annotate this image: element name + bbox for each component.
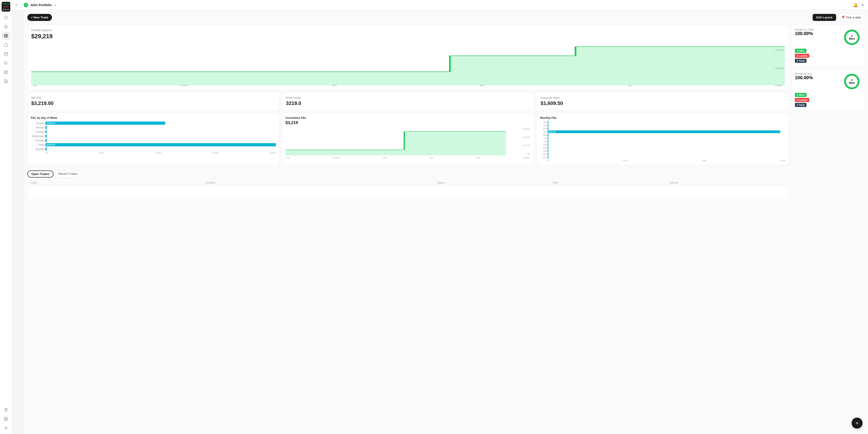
sidebar-icon-report[interactable] bbox=[2, 77, 10, 85]
topbar-right: 🔔 ☀ bbox=[853, 2, 864, 7]
svg-point-21 bbox=[6, 410, 6, 411]
monthly-pnl-title: Monthly P&L bbox=[540, 116, 785, 120]
bar-axis: $0 $500 $1000 $1500 $2000 bbox=[45, 152, 276, 154]
balance-value: $29,219 bbox=[31, 33, 785, 40]
cum-y-0: —$0 bbox=[526, 153, 530, 155]
sidebar-icon-circle[interactable] bbox=[2, 13, 10, 22]
tab-open-trades[interactable]: Open Trades bbox=[27, 170, 54, 177]
expected-value-title: Expected Value bbox=[540, 96, 785, 99]
x-label-april: April bbox=[480, 84, 484, 87]
toolbar: + New Trade Edit Layout 📅 Pick a date bbox=[27, 14, 864, 21]
profit-factor-card: Profit Factor 3219.0 bbox=[282, 92, 534, 110]
bar-track-tuesday bbox=[45, 130, 276, 134]
bar-label-sunday: Sunday bbox=[31, 122, 44, 125]
axis-1000: $1000 bbox=[155, 152, 161, 154]
winrate-day-donut: 2Wins bbox=[843, 72, 861, 91]
add-fab-button[interactable]: + bbox=[851, 418, 863, 429]
axis-500: $500 bbox=[99, 152, 104, 154]
winrate-trade-value: 100.00% bbox=[795, 31, 814, 36]
bar-fill-saturday bbox=[45, 147, 47, 151]
x-label-2024: 2024 bbox=[332, 84, 337, 87]
bar-fill-tuesday bbox=[45, 130, 47, 133]
bar-label-monday: Monday bbox=[31, 126, 44, 129]
edit-layout-button[interactable]: Edit Layout bbox=[813, 14, 836, 21]
tab-recent-trades[interactable]: Recent Trades bbox=[55, 170, 82, 177]
winrate-trade-title: Winrate by Trade bbox=[795, 28, 814, 31]
bar-row-thursday: Thursday bbox=[31, 139, 276, 142]
sidebar-icon-edit[interactable] bbox=[2, 68, 10, 76]
monthly-axis-0: $0 bbox=[548, 160, 550, 162]
balance-chart-svg bbox=[31, 42, 785, 85]
legend-trade-wins: 2 Wins bbox=[795, 49, 806, 53]
cum-x-july: July bbox=[286, 157, 290, 159]
winrate-by-day-card: Winrate by Day 100.00% 2Wins 2 Wins 0 Lo… bbox=[792, 69, 864, 110]
legend-trade-total: 2 Total bbox=[795, 59, 806, 63]
axis-1500: $1500 bbox=[213, 152, 218, 154]
svg-point-23 bbox=[5, 427, 7, 428]
net-pnl-title: Net PNL bbox=[31, 96, 275, 99]
topbar: / J John Portfolio ▾ 🔔 ☀ bbox=[12, 0, 868, 10]
col-pnl: P&L bbox=[553, 181, 669, 185]
legend-day-total: 2 Total bbox=[795, 103, 806, 107]
bar-fill-wednesday bbox=[45, 134, 47, 138]
cum-x-july2: July bbox=[476, 157, 480, 159]
cum-y-2000: —$2,000 bbox=[522, 136, 530, 138]
bar-track-friday: $2123.00 bbox=[45, 143, 276, 146]
sidebar-icon-user[interactable] bbox=[2, 424, 10, 432]
bar-row-wednesday: Wednesday bbox=[31, 134, 276, 138]
sidebar-icon-settings[interactable] bbox=[2, 415, 10, 423]
bar-label-saturday: Saturday bbox=[31, 148, 44, 151]
table-body bbox=[27, 186, 789, 200]
bar-track-sunday: $1096.00 bbox=[45, 121, 276, 125]
bell-icon[interactable]: 🔔 bbox=[853, 2, 858, 7]
winrate-day-value: 100.00% bbox=[795, 75, 813, 80]
bar-label-wednesday: Wednesday bbox=[31, 135, 44, 137]
legend-trade-losses: 0 Losses bbox=[795, 54, 809, 58]
pick-date-label: Pick a date bbox=[846, 16, 861, 19]
sidebar-icon-calendar[interactable] bbox=[2, 50, 10, 58]
monthly-row-apr: Apr$3219.00 bbox=[540, 130, 785, 133]
ticker-line-2: $3.2K bbox=[2, 5, 10, 8]
bar-label-thursday: Thursday bbox=[31, 139, 44, 142]
sidebar-icon-add[interactable] bbox=[2, 23, 10, 31]
sidebar-icon-help[interactable] bbox=[2, 406, 10, 414]
svg-rect-5 bbox=[6, 34, 7, 35]
y-label-26k: —$26,000 bbox=[773, 67, 784, 70]
sidebar: S $3.2K $3.2K $29.2K bbox=[0, 0, 12, 434]
x-label-july: July bbox=[33, 84, 37, 87]
monthly-row-nov: Nov bbox=[540, 153, 785, 156]
bar-row-saturday: Saturday bbox=[31, 147, 276, 151]
cumulative-pnl-value: $3,219 bbox=[285, 121, 531, 125]
cum-x-2024: 2024 bbox=[382, 157, 387, 159]
charts-row: P&L by Day of Week Sunday $1096.00 Monda… bbox=[27, 113, 789, 165]
bar-track-saturday bbox=[45, 147, 276, 151]
monthly-axis: $0 $1000 $2000 $3000 bbox=[548, 160, 785, 162]
x-label-oct: October bbox=[180, 84, 188, 87]
right-col: Winrate by Trade 100.00% 2Wins 2 Wins 0 … bbox=[792, 25, 864, 200]
monthly-axis-3000: $3000 bbox=[780, 160, 785, 162]
ticker-line-1: S $3.2K bbox=[2, 3, 10, 5]
legend-day-losses: 0 Losses bbox=[795, 98, 809, 102]
sidebar-icon-list[interactable] bbox=[2, 59, 10, 67]
cumulative-pnl-title: Cumulative P&L bbox=[285, 116, 531, 120]
cum-x-oct: October bbox=[333, 157, 340, 159]
new-trade-button[interactable]: + New Trade bbox=[27, 14, 52, 21]
pick-date-button[interactable]: 📅 Pick a date bbox=[838, 14, 864, 21]
sidebar-icon-home[interactable] bbox=[2, 41, 10, 49]
svg-point-0 bbox=[4, 16, 7, 19]
cum-x-oct2: October bbox=[522, 157, 530, 159]
sun-icon[interactable]: ☀ bbox=[861, 2, 864, 7]
bar-row-sunday: Sunday $1096.00 bbox=[31, 121, 276, 125]
sidebar-icon-grid[interactable] bbox=[2, 32, 10, 40]
cumulative-pnl-card: Cumulative P&L $3,219 —$3,000 —$2,000 —$… bbox=[282, 113, 534, 165]
winrate-day-donut-label: 2Wins bbox=[849, 78, 855, 85]
monthly-row-aug: Aug bbox=[540, 143, 785, 146]
monthly-row-jul: Jul bbox=[540, 140, 785, 143]
winrate-day-left: Winrate by Day 100.00% bbox=[795, 72, 813, 80]
x-label-oct2: October bbox=[775, 84, 783, 87]
bar-fill-thursday bbox=[45, 139, 47, 142]
calendar-icon: 📅 bbox=[841, 16, 845, 19]
winrate-day-legend: 2 Wins 0 Losses 2 Total bbox=[795, 93, 861, 107]
cum-y-3000: —$3,000 bbox=[522, 128, 530, 130]
winrate-by-trade-card: Winrate by Trade 100.00% 2Wins 2 Wins 0 … bbox=[792, 25, 864, 66]
